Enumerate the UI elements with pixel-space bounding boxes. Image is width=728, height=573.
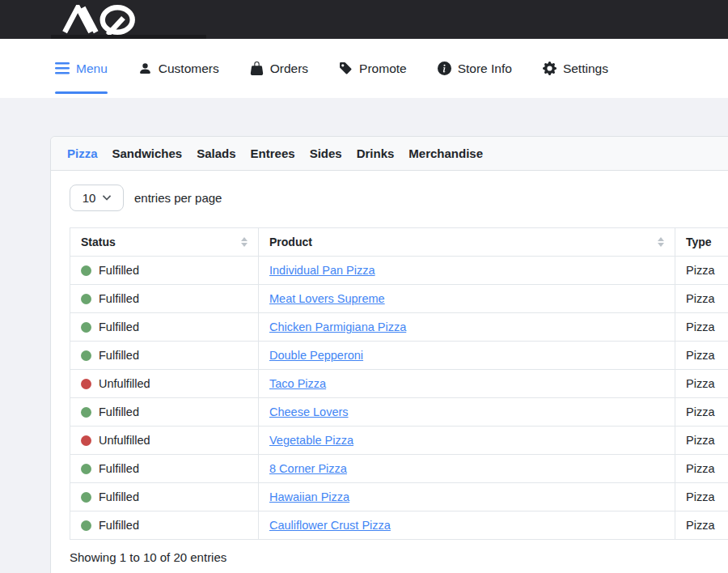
product-link[interactable]: Cheese Lovers [269,405,349,418]
nav-item-orders[interactable]: Orders [250,39,308,98]
brand-bar [0,0,728,39]
product-link[interactable]: Individual Pan Pizza [269,264,375,277]
entries-per-page-label: entries per page [134,191,222,205]
status-cell: Fulfilled [70,483,259,511]
column-header-product[interactable]: Product [259,228,675,257]
status-dot-icon [81,322,91,333]
type-cell: Pizza [675,398,728,427]
status-cell: Unfulfilled [70,427,259,455]
nav-label: Store Info [458,62,512,76]
status-dot-icon [81,294,91,304]
nav-item-settings[interactable]: Settings [543,39,608,98]
type-cell: Pizza [675,257,728,285]
product-cell: Chicken Parmigiana Pizza [259,313,675,342]
product-link[interactable]: Taco Pizza [269,377,326,390]
product-cell: Taco Pizza [259,370,675,398]
brand-logo-icon [52,5,145,35]
status-label: Unfulfilled [99,377,150,390]
nav-item-store-info[interactable]: Store Info [438,39,512,98]
status-label: Fulfilled [99,292,139,305]
sort-icon[interactable] [241,237,248,247]
info-circle-icon [438,62,451,75]
type-cell: Pizza [675,285,728,313]
type-cell: Pizza [675,313,728,342]
status-dot-icon [81,520,91,531]
status-cell: Fulfilled [70,398,259,427]
products-table: Status Product Type Fulfilled Individual… [70,227,728,540]
product-link[interactable]: 8 Corner Pizza [269,462,347,475]
status-label: Unfulfilled [99,434,150,447]
nav-item-menu[interactable]: Menu [55,39,108,98]
table-row: Fulfilled Individual Pan Pizza Pizza [70,257,728,285]
status-cell: Fulfilled [70,342,259,370]
status-label: Fulfilled [99,405,139,418]
tab-sides[interactable]: Sides [310,146,342,160]
status-dot-icon [81,350,91,361]
column-label: Status [81,236,116,248]
product-link[interactable]: Meat Lovers Supreme [269,292,385,305]
table-row: Fulfilled 8 Corner Pizza Pizza [70,455,728,483]
status-cell: Fulfilled [70,313,259,342]
product-link[interactable]: Cauliflower Crust Pizza [269,519,391,532]
product-link[interactable]: Vegetable Pizza [269,434,353,447]
status-dot-icon [81,407,91,418]
product-cell: Double Pepperoni [259,342,675,370]
tab-entrees[interactable]: Entrees [251,146,295,160]
status-label: Fulfilled [99,264,139,277]
sort-icon[interactable] [658,237,664,247]
product-link[interactable]: Hawaiian Pizza [269,490,349,503]
bag-icon [250,62,264,75]
product-cell: Individual Pan Pizza [259,257,675,285]
tab-sandwiches[interactable]: Sandwiches [112,146,183,160]
table-row: Fulfilled Meat Lovers Supreme Pizza [70,285,728,313]
table-row: Fulfilled Cheese Lovers Pizza [70,398,728,427]
status-cell: Fulfilled [70,455,259,483]
nav-label: Orders [270,62,308,76]
table-header-row: Status Product Type [70,228,728,257]
product-link[interactable]: Chicken Parmigiana Pizza [269,320,406,333]
page-size-row: 10 entries per page [70,185,728,211]
page-content: Pizza Sandwiches Salads Entrees Sides Dr… [0,98,728,573]
product-cell: Cheese Lovers [259,398,675,427]
nav-item-customers[interactable]: Customers [138,39,219,98]
column-header-type[interactable]: Type [675,228,728,257]
status-cell: Fulfilled [70,511,259,540]
person-icon [138,62,152,75]
product-cell: 8 Corner Pizza [259,455,675,483]
status-label: Fulfilled [99,490,139,503]
status-dot-icon [81,379,91,389]
type-cell: Pizza [675,342,728,370]
nav-item-promote[interactable]: Promote [339,39,407,98]
hamburger-icon [55,62,70,74]
tab-pizza[interactable]: Pizza [67,146,98,160]
product-link[interactable]: Double Pepperoni [269,349,363,362]
nav-label: Menu [76,62,108,76]
menu-card: Pizza Sandwiches Salads Entrees Sides Dr… [50,136,728,573]
product-cell: Hawaiian Pizza [259,483,675,511]
status-cell: Fulfilled [70,285,259,313]
status-dot-icon [81,435,91,446]
tab-merchandise[interactable]: Merchandise [408,146,483,160]
type-cell: Pizza [675,455,728,483]
tab-drinks[interactable]: Drinks [357,146,395,160]
table-row: Unfulfilled Vegetable Pizza Pizza [70,427,728,455]
product-cell: Cauliflower Crust Pizza [259,511,675,540]
status-cell: Fulfilled [70,257,259,285]
column-label: Type [686,236,712,248]
type-cell: Pizza [675,511,728,540]
column-header-status[interactable]: Status [70,228,259,257]
entries-per-page-select[interactable]: 10 [70,185,124,211]
main-nav: Menu Customers Orders Promote Store Info… [0,39,728,98]
active-nav-underline [55,91,108,94]
card-body: 10 entries per page Status Product [51,171,728,573]
tab-salads[interactable]: Salads [197,146,235,160]
table-row: Fulfilled Chicken Parmigiana Pizza Pizza [70,313,728,342]
nav-label: Promote [359,62,407,76]
chevron-down-icon [103,195,111,201]
status-label: Fulfilled [99,519,139,532]
product-cell: Vegetable Pizza [259,427,675,455]
type-cell: Pizza [675,427,728,455]
table-row: Fulfilled Hawaiian Pizza Pizza [70,483,728,511]
entries-summary: Showing 1 to 10 of 20 entries [70,550,728,564]
nav-label: Customers [159,62,219,76]
